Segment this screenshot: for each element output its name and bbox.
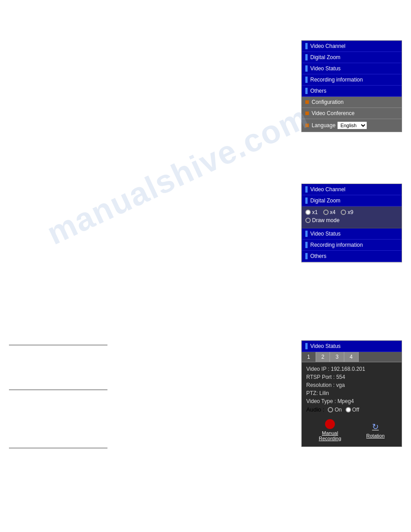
menu-bar-icon bbox=[305, 242, 308, 248]
menu-bar-icon bbox=[305, 197, 308, 204]
action-row: ManualRecording ↻ Rotation bbox=[306, 416, 397, 443]
rotation-label: Rotation bbox=[366, 433, 385, 438]
separator-line-3 bbox=[9, 448, 107, 448]
audio-on-radio[interactable] bbox=[328, 407, 333, 412]
menu-label: Others bbox=[310, 88, 326, 94]
language-row: Language English Chinese French German S… bbox=[302, 119, 402, 132]
menu-label: Video Status bbox=[310, 65, 341, 72]
menu-label: Others bbox=[310, 253, 326, 259]
video-ip-label: Video IP : bbox=[306, 366, 330, 372]
zoom-x9-label[interactable]: x9 bbox=[341, 209, 353, 215]
zoom-row-magnify: x1 x4 x9 bbox=[305, 209, 398, 215]
menu-bar-icon bbox=[305, 343, 308, 349]
menu-bar-icon bbox=[305, 88, 308, 94]
rtsp-port-label: RTSP Port : bbox=[306, 374, 335, 380]
audio-on-text: On bbox=[334, 407, 342, 413]
submenu-item-configuration[interactable]: Configuration bbox=[302, 97, 402, 108]
panel-2: Video Channel Digital Zoom x1 x4 x9 Draw bbox=[301, 184, 402, 262]
menu-item-recording-info[interactable]: Recording information bbox=[302, 74, 402, 86]
draw-mode-text: Draw mode bbox=[312, 217, 339, 223]
menu-label: Video Channel bbox=[310, 43, 346, 49]
audio-off-radio[interactable] bbox=[346, 407, 351, 412]
menu-label: Video Channel bbox=[310, 186, 346, 193]
zoom-x1-text: x1 bbox=[312, 209, 318, 215]
menu-item-recording-info-2[interactable]: Recording information bbox=[302, 240, 402, 251]
zoom-x1-radio[interactable] bbox=[305, 210, 311, 215]
submenu-label: Configuration bbox=[312, 99, 343, 105]
menu-label: Recording information bbox=[310, 77, 363, 83]
rotation-button[interactable]: ↻ Rotation bbox=[366, 422, 385, 438]
audio-label: Audio : bbox=[306, 406, 324, 413]
separator-line-1 bbox=[9, 345, 107, 345]
menu-bar-icon bbox=[305, 43, 308, 49]
ptz-label: PTZ: bbox=[306, 390, 318, 396]
audio-off-label[interactable]: Off bbox=[346, 407, 360, 413]
language-select[interactable]: English Chinese French German Spanish bbox=[337, 121, 367, 129]
menu-item-others-2[interactable]: Others bbox=[302, 251, 402, 262]
menu-bar-icon bbox=[305, 186, 308, 193]
video-ip-line: Video IP : 192.168.0.201 bbox=[306, 366, 397, 372]
menu-item-video-channel[interactable]: Video Channel bbox=[302, 41, 402, 52]
video-status-header: Video Status bbox=[302, 341, 402, 352]
menu-bar-icon bbox=[305, 231, 308, 237]
manual-recording-label: ManualRecording bbox=[319, 430, 341, 441]
status-tab-4[interactable]: 4 bbox=[344, 352, 359, 362]
draw-mode-label[interactable]: Draw mode bbox=[305, 217, 339, 223]
menu-item-video-status-2[interactable]: Video Status bbox=[302, 228, 402, 240]
panel-1: Video Channel Digital Zoom Video Status … bbox=[301, 40, 402, 132]
audio-on-label[interactable]: On bbox=[328, 407, 342, 413]
submenu-item-video-conference[interactable]: Video Conference bbox=[302, 108, 402, 119]
record-icon bbox=[325, 419, 335, 429]
video-type-label: Video Type : bbox=[306, 398, 336, 404]
ptz-value: Lilin bbox=[319, 390, 329, 396]
menu-label: Video Status bbox=[310, 231, 341, 237]
rtsp-port-value: 554 bbox=[336, 374, 345, 380]
submenu-dot-icon bbox=[305, 112, 309, 115]
submenu-label: Video Conference bbox=[312, 110, 355, 116]
zoom-x4-radio[interactable] bbox=[323, 210, 329, 215]
menu-item-video-status[interactable]: Video Status bbox=[302, 63, 402, 74]
rotation-icon: ↻ bbox=[371, 422, 381, 432]
manual-recording-button[interactable]: ManualRecording bbox=[319, 419, 341, 441]
zoom-x9-text: x9 bbox=[347, 209, 353, 215]
separator-line-2 bbox=[9, 390, 107, 390]
rtsp-port-line: RTSP Port : 554 bbox=[306, 374, 397, 380]
video-type-line: Video Type : Mpeg4 bbox=[306, 398, 397, 404]
status-tab-1[interactable]: 1 bbox=[302, 352, 316, 362]
menu-item-others[interactable]: Others bbox=[302, 86, 402, 97]
status-tab-2[interactable]: 2 bbox=[316, 352, 330, 362]
watermark: manualshive.com bbox=[41, 99, 314, 252]
status-tab-3[interactable]: 3 bbox=[330, 352, 344, 362]
video-type-value: Mpeg4 bbox=[338, 398, 354, 404]
resolution-label: Resolution : bbox=[306, 382, 334, 388]
menu-label: Digital Zoom bbox=[310, 197, 340, 204]
video-ip-value: 192.168.0.201 bbox=[331, 366, 365, 372]
panel-3: Video Status 1 2 3 4 Video IP : 192.168.… bbox=[301, 340, 402, 447]
zoom-x9-radio[interactable] bbox=[341, 210, 346, 215]
menu-label: Recording information bbox=[310, 242, 363, 248]
audio-row: Audio : On Off bbox=[306, 406, 397, 413]
zoom-row-draw: Draw mode bbox=[305, 217, 398, 223]
submenu-dot-icon bbox=[305, 100, 309, 104]
menu-bar-icon bbox=[305, 54, 308, 60]
language-dot-icon bbox=[305, 124, 309, 127]
video-status-title: Video Status bbox=[310, 343, 341, 349]
draw-mode-radio[interactable] bbox=[305, 218, 311, 223]
menu-item-digital-zoom[interactable]: Digital Zoom bbox=[302, 52, 402, 63]
audio-off-text: Off bbox=[352, 407, 360, 413]
zoom-x4-text: x4 bbox=[330, 209, 336, 215]
zoom-x4-label[interactable]: x4 bbox=[323, 209, 336, 215]
menu-bar-icon bbox=[305, 65, 308, 72]
zoom-x1-label[interactable]: x1 bbox=[305, 209, 318, 215]
zoom-options-panel: x1 x4 x9 Draw mode bbox=[302, 206, 402, 228]
status-tabs: 1 2 3 4 bbox=[302, 352, 402, 362]
resolution-line: Resolution : vga bbox=[306, 382, 397, 388]
menu-bar-icon bbox=[305, 77, 308, 83]
resolution-value: vga bbox=[336, 382, 345, 388]
menu-item-digital-zoom-2[interactable]: Digital Zoom bbox=[302, 195, 402, 206]
menu-label: Digital Zoom bbox=[310, 54, 340, 60]
menu-item-video-channel-2[interactable]: Video Channel bbox=[302, 184, 402, 195]
language-label: Language bbox=[312, 122, 335, 129]
menu-bar-icon bbox=[305, 253, 308, 259]
status-content: Video IP : 192.168.0.201 RTSP Port : 554… bbox=[302, 362, 402, 446]
